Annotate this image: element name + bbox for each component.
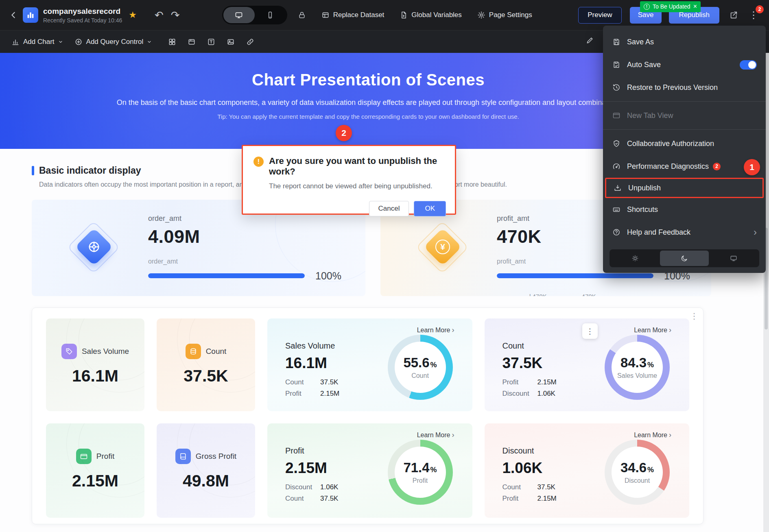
percent-sign: % (647, 466, 654, 474)
desktop-view-toggle[interactable] (223, 7, 255, 23)
republish-group: ! To Be Updated × Republish (669, 7, 719, 24)
lock-icon[interactable] (298, 11, 306, 19)
undo-button[interactable]: ↶ (155, 9, 164, 22)
learn-more-link[interactable]: Learn More› (634, 326, 671, 334)
chevron-right-icon: › (452, 326, 454, 334)
menu-item-auto-save[interactable]: Auto Save (603, 53, 766, 76)
ok-button[interactable]: OK (414, 201, 446, 216)
learn-more-label: Learn More (634, 327, 667, 334)
global-variables-button[interactable]: Global Variables (400, 11, 461, 19)
warning-icon: ! (253, 157, 264, 167)
menu-item-collaborative-authorization[interactable]: Collaborative Authorization (603, 132, 766, 155)
learn-more-link[interactable]: Learn More› (634, 431, 671, 439)
menu-item-performance-diagnostics[interactable]: Performance Diagnostics 2 (603, 155, 766, 178)
stat-value: 1.06K (320, 483, 338, 491)
preview-button[interactable]: Preview (578, 7, 621, 24)
theme-dark-button[interactable] (660, 251, 709, 266)
menu-item-shortcuts[interactable]: Shortcuts (603, 198, 766, 221)
theme-light-button[interactable] (611, 251, 660, 266)
annotation-step-2: 2 (336, 125, 352, 141)
document-title: companysalesrecord (43, 7, 122, 16)
metric-value: 2.15M (46, 471, 144, 491)
menu-item-label: Restore to Previous Version (627, 83, 718, 92)
donut-label: Count (411, 372, 429, 379)
share-export-icon[interactable] (729, 11, 738, 20)
donut-chart: 84.3% Sales Volume (605, 335, 670, 400)
footnote-left: l 470K (529, 293, 547, 296)
progress-track (148, 273, 305, 278)
image-component-icon[interactable] (227, 38, 235, 46)
menu-item-unpublish[interactable]: Unpublish (605, 178, 764, 198)
theme-auto-button[interactable] (709, 251, 758, 266)
progress-track (497, 273, 653, 278)
add-chart-label: Add Chart (23, 38, 55, 46)
cancel-button[interactable]: Cancel (369, 201, 409, 216)
indicator-value: 4.09M (148, 226, 349, 247)
add-query-control-button[interactable]: Add Query Control (74, 38, 152, 46)
menu-item-restore-version[interactable]: Restore to Previous Version (603, 76, 766, 99)
menu-item-label: Help and Feedback (627, 228, 690, 237)
badge-close-icon[interactable]: × (693, 3, 697, 10)
profit-amt-diamond-icon: ¥ (417, 223, 468, 273)
stat-value: 2.15M (320, 390, 339, 398)
progress-row: 100% (148, 270, 349, 282)
tab-card-icon[interactable] (188, 38, 196, 46)
stat-label: Profit (285, 390, 320, 398)
page-settings-button[interactable]: Page Settings (477, 11, 532, 19)
auto-save-icon (612, 60, 621, 69)
back-button[interactable] (7, 8, 20, 22)
restore-version-icon (612, 83, 621, 92)
chevron-right-icon: › (669, 326, 671, 334)
to-be-updated-badge: ! To Be Updated × (640, 1, 701, 12)
menu-item-label: Collaborative Authorization (627, 140, 714, 148)
learn-more-label: Learn More (634, 432, 667, 439)
link-component-icon[interactable] (246, 38, 254, 46)
diagnostics-gauge-icon (612, 162, 621, 171)
save-as-icon (612, 37, 621, 46)
donut-chart: 71.4% Profit (388, 440, 453, 505)
stat-value: 1.06K (537, 390, 555, 398)
order-amt-content: order_amt 4.09M order_amt 100% (148, 214, 349, 282)
section-title: Basic indicator display (39, 165, 141, 176)
more-menu-button[interactable]: ⋮ 2 (746, 8, 761, 22)
donut-label: Discount (625, 477, 650, 484)
annotate-pen-icon[interactable] (586, 36, 594, 44)
menu-item-label: New Tab View (627, 111, 673, 120)
page-settings-label: Page Settings (489, 11, 532, 19)
metric-value: 37.5K (157, 366, 255, 386)
metric-label: Count (206, 347, 227, 356)
favorite-star-icon[interactable]: ★ (129, 10, 137, 20)
mobile-view-toggle[interactable] (255, 7, 286, 23)
learn-more-label: Learn More (417, 432, 450, 439)
text-component-icon[interactable] (207, 38, 215, 46)
menu-item-save-as[interactable]: Save As (603, 31, 766, 53)
section-accent-bar (32, 166, 34, 175)
donut-percent: 84.3 (620, 355, 647, 371)
chevron-right-icon: › (754, 227, 757, 237)
menu-item-label: Shortcuts (627, 205, 658, 214)
metric-label: Gross Profit (196, 452, 236, 461)
sales-volume-card: Sales Volume 16.1M (46, 318, 144, 411)
new-tab-view-icon (612, 111, 621, 120)
menu-item-help-feedback[interactable]: Help and Feedback › (603, 221, 766, 244)
indicator-bar-label: order_amt (148, 258, 349, 265)
redo-button[interactable]: ↷ (171, 9, 180, 22)
replace-dataset-button[interactable]: Replace Dataset (321, 11, 384, 19)
menu-divider (603, 129, 766, 130)
stat-value: 2.15M (537, 378, 557, 386)
donut-label: Profit (413, 477, 428, 484)
add-chart-button[interactable]: Add Chart (11, 38, 63, 46)
metric-value: 49.8M (157, 471, 255, 491)
profit-card: Profit 2.15M (46, 423, 144, 518)
stat-label: Profit (502, 495, 537, 503)
discount-donut-card: Learn More› Discount 1.06K Count37.5K Pr… (485, 423, 690, 518)
panel-kebab-icon[interactable]: ⋮ (690, 311, 698, 321)
auto-save-toggle[interactable] (740, 60, 757, 70)
learn-more-link[interactable]: Learn More› (417, 431, 454, 439)
gross-profit-card: Gross Profit 49.8M (157, 423, 255, 518)
info-icon: ! (644, 4, 650, 10)
component-icon[interactable] (168, 38, 176, 46)
count-card: Count 37.5K (157, 318, 255, 411)
learn-more-link[interactable]: Learn More› (417, 326, 454, 334)
card-kebab-button[interactable]: ⋮ (582, 323, 598, 339)
